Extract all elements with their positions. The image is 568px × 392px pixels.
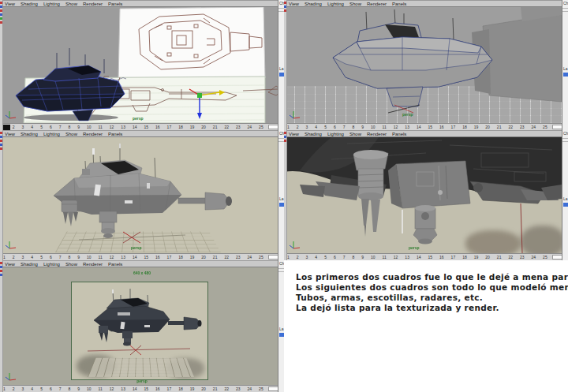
- timeline-frame-21[interactable]: 21: [497, 256, 502, 259]
- menu-item-shading[interactable]: Shading: [305, 2, 322, 6]
- timeline-frame-22[interactable]: 22: [224, 125, 229, 129]
- timeline-frame-17[interactable]: 17: [167, 125, 172, 129]
- timeline-frame-23[interactable]: 23: [236, 256, 241, 259]
- layer-row-selected[interactable]: [563, 203, 568, 207]
- menu-item-view[interactable]: View: [5, 132, 15, 136]
- menu-item-shading[interactable]: Shading: [305, 132, 322, 136]
- channel-box-sliver[interactable]: Ch La: [278, 130, 284, 260]
- menu-item-panels[interactable]: Panels: [108, 132, 122, 136]
- timeline-frame-11[interactable]: 11: [383, 256, 387, 259]
- viewport-canvas-camera[interactable]: 640 x 480: [0, 267, 284, 385]
- toolbox-sliver[interactable]: [284, 130, 287, 260]
- timeline-frame-22[interactable]: 22: [508, 125, 513, 129]
- menu-item-view[interactable]: View: [289, 132, 299, 136]
- timeline-frame-20[interactable]: 20: [201, 256, 206, 259]
- time-slider[interactable]: 1234567891011121314151617181920212223242…: [284, 123, 568, 130]
- timeline-frame-9[interactable]: 9: [77, 125, 80, 129]
- timeline-frame-2[interactable]: 2: [297, 256, 299, 259]
- timeline-frame-2[interactable]: 2: [13, 125, 15, 129]
- timeline-frame-25[interactable]: 25: [543, 125, 547, 129]
- timeline-frame-20[interactable]: 20: [485, 256, 490, 259]
- timeline-frame-8[interactable]: 8: [352, 256, 354, 259]
- layer-row-selected[interactable]: [563, 73, 568, 77]
- timeline-frame-4[interactable]: 4: [31, 256, 33, 259]
- timeline-frame-15[interactable]: 15: [428, 256, 432, 259]
- timeline-frame-15[interactable]: 15: [144, 256, 148, 259]
- timeline-frame-19[interactable]: 19: [474, 125, 479, 129]
- menu-item-shading[interactable]: Shading: [21, 262, 38, 267]
- timeline-frame-15[interactable]: 15: [144, 125, 148, 129]
- timeline-frame-11[interactable]: 11: [99, 256, 103, 259]
- timeline-frame-25[interactable]: 25: [543, 256, 547, 259]
- timeline-frame-22[interactable]: 22: [224, 256, 229, 259]
- timeline-frame-23[interactable]: 23: [236, 125, 241, 129]
- menu-item-show[interactable]: Show: [65, 262, 77, 267]
- timeline-frame-13[interactable]: 13: [405, 125, 409, 129]
- timeline-frame-7[interactable]: 7: [59, 256, 62, 259]
- timeline-frame-10[interactable]: 10: [87, 387, 92, 391]
- timeline-frame-13[interactable]: 13: [121, 125, 125, 129]
- ship-underside-model[interactable]: [284, 137, 562, 253]
- timeline-frame-1[interactable]: 1: [3, 387, 6, 391]
- timeline-frame-4[interactable]: 4: [31, 125, 33, 129]
- channel-box-tab[interactable]: Ch: [278, 260, 284, 266]
- timeline-frame-17[interactable]: 17: [167, 256, 172, 259]
- time-slider[interactable]: 1234567891011121314151617181920212223242…: [0, 123, 284, 130]
- toolbox-sliver[interactable]: [0, 260, 3, 392]
- viewport-top-left[interactable]: ViewShadingLightingShowRendererPanels: [0, 0, 284, 130]
- timeline-frame-15[interactable]: 15: [428, 125, 432, 129]
- toolbox-sliver[interactable]: [0, 0, 3, 130]
- timeline-frame-16[interactable]: 16: [439, 256, 444, 259]
- menu-item-shading[interactable]: Shading: [21, 132, 38, 136]
- menu-item-renderer[interactable]: Renderer: [367, 132, 387, 136]
- timeline-frame-9[interactable]: 9: [77, 256, 80, 259]
- timeline-frame-11[interactable]: 11: [383, 125, 387, 129]
- menu-item-show[interactable]: Show: [349, 132, 361, 136]
- timeline-frame-19[interactable]: 19: [190, 125, 195, 129]
- layer-editor-tab[interactable]: La: [278, 196, 284, 201]
- timeline-frame-12[interactable]: 12: [394, 256, 398, 259]
- layer-editor-tab[interactable]: La: [562, 65, 568, 71]
- timeline-frame-8[interactable]: 8: [352, 125, 354, 129]
- menu-item-panels[interactable]: Panels: [108, 262, 122, 267]
- menu-item-view[interactable]: View: [5, 262, 15, 267]
- viewport-top-right[interactable]: ViewShadingLightingShowRendererPanels: [284, 0, 568, 130]
- menu-item-panels[interactable]: Panels: [108, 2, 122, 6]
- menu-item-renderer[interactable]: Renderer: [83, 2, 103, 6]
- time-slider[interactable]: 1234567891011121314151617181920212223242…: [0, 253, 284, 260]
- timeline-frame-14[interactable]: 14: [133, 387, 137, 391]
- channel-box-tab[interactable]: Ch: [278, 0, 284, 6]
- timeline-frame-22[interactable]: 22: [224, 387, 229, 391]
- timeline-frame-3[interactable]: 3: [22, 125, 24, 129]
- timeline-frame-16[interactable]: 16: [155, 387, 160, 391]
- timeline-frame-25[interactable]: 25: [259, 125, 263, 129]
- timeline-frame-4[interactable]: 4: [315, 256, 317, 259]
- timeline-frame-5[interactable]: 5: [40, 256, 43, 259]
- timeline-frame-9[interactable]: 9: [361, 256, 364, 259]
- timeline-frame-10[interactable]: 10: [371, 256, 376, 259]
- menu-item-shading[interactable]: Shading: [21, 2, 38, 6]
- layer-editor-tab[interactable]: La: [278, 65, 284, 71]
- timeline-frame-11[interactable]: 11: [99, 387, 103, 391]
- timeline-frame-5[interactable]: 5: [324, 256, 327, 259]
- timeline-frame-18[interactable]: 18: [178, 256, 183, 259]
- timeline-frame-3[interactable]: 3: [306, 256, 308, 259]
- channel-box-sliver[interactable]: Ch La: [562, 130, 568, 260]
- timeline-frame-8[interactable]: 8: [68, 256, 70, 259]
- timeline-frame-18[interactable]: 18: [178, 387, 183, 391]
- timeline-frame-23[interactable]: 23: [520, 125, 525, 129]
- timeline-frame-24[interactable]: 24: [532, 125, 536, 129]
- menu-item-view[interactable]: View: [5, 2, 15, 6]
- timeline-frame-3[interactable]: 3: [306, 125, 308, 129]
- timeline-frame-19[interactable]: 19: [474, 256, 479, 259]
- layer-editor-tab[interactable]: La: [562, 196, 568, 201]
- menu-item-lighting[interactable]: Lighting: [43, 262, 60, 267]
- timeline-frame-19[interactable]: 19: [190, 256, 195, 259]
- viewport-mid-left[interactable]: ViewShadingLightingShowRendererPanels: [0, 130, 284, 260]
- channel-box-sliver[interactable]: Ch La: [278, 260, 284, 392]
- timeline-frame-13[interactable]: 13: [121, 387, 125, 391]
- timeline-frame-18[interactable]: 18: [462, 256, 467, 259]
- menu-item-lighting[interactable]: Lighting: [43, 2, 60, 6]
- timeline-frame-21[interactable]: 21: [213, 256, 218, 259]
- timeline-frame-2[interactable]: 2: [13, 256, 15, 259]
